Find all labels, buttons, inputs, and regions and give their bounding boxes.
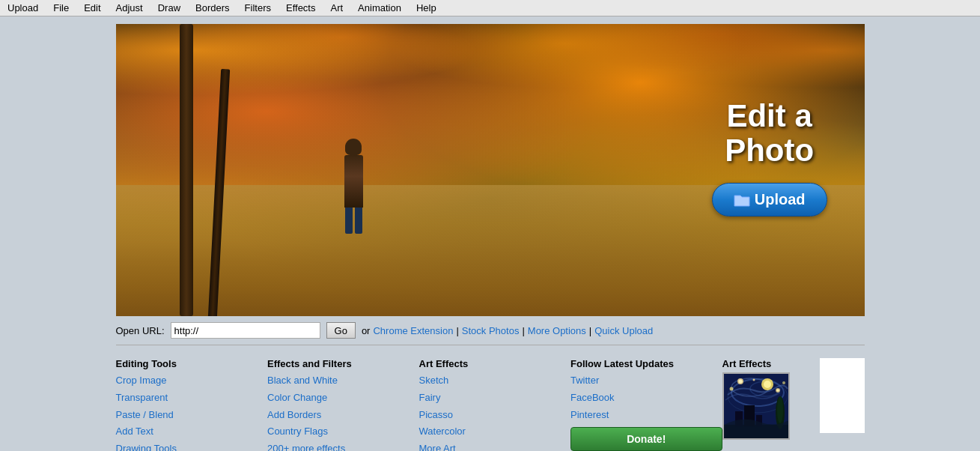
link-watercolor[interactable]: Watercolor: [419, 424, 571, 440]
upload-button[interactable]: Upload: [712, 183, 827, 217]
footer-col-art-effects: Art Effects Sketch Fairy Picasso Waterco…: [419, 358, 571, 451]
menu-draw[interactable]: Draw: [150, 1, 188, 15]
link-transparent[interactable]: Transparent: [116, 390, 268, 406]
art-effects-title: Art Effects: [419, 358, 571, 369]
chrome-extension-link[interactable]: Chrome Extension: [373, 325, 453, 336]
social-title: Follow Latest Updates: [570, 358, 722, 369]
svg-point-19: [777, 396, 783, 423]
menu-art[interactable]: Art: [323, 1, 350, 15]
svg-point-10: [776, 389, 779, 392]
hero-title: Edit a Photo: [712, 99, 827, 168]
art-effects-thumbnail[interactable]: [722, 372, 790, 440]
person-leg-left: [345, 208, 353, 234]
link-drawing-tools[interactable]: Drawing Tools: [116, 441, 268, 451]
url-links-area: or Chrome Extension | Stock Photos | Mor…: [362, 325, 653, 336]
person-head: [345, 139, 362, 155]
stock-photos-link[interactable]: Stock Photos: [462, 325, 520, 336]
svg-point-11: [729, 387, 733, 391]
link-sketch[interactable]: Sketch: [419, 373, 571, 389]
go-button[interactable]: Go: [326, 322, 356, 339]
menu-help[interactable]: Help: [409, 1, 444, 15]
main-container: Edit a Photo Upload Open URL: Go or Chro…: [0, 16, 980, 451]
footer-col-effects-filters: Effects and Filters Black and White Colo…: [267, 358, 419, 451]
link-twitter[interactable]: Twitter: [570, 373, 722, 389]
starry-night-svg: [724, 374, 790, 440]
hero-image-container: Edit a Photo Upload: [116, 24, 865, 316]
hero-overlay-text: Edit a Photo Upload: [712, 99, 827, 217]
link-country-flags[interactable]: Country Flags: [267, 424, 419, 440]
right-sidebar: [820, 358, 865, 433]
menu-animation[interactable]: Animation: [350, 1, 409, 15]
art-effects-thumb-title: Art Effects: [722, 358, 772, 369]
link-pinterest[interactable]: Pinterest: [570, 408, 722, 423]
url-bar: Open URL: Go or Chrome Extension | Stock…: [116, 316, 865, 343]
or-text: or: [362, 325, 371, 336]
effects-filters-title: Effects and Filters: [267, 358, 419, 369]
person-leg-right: [355, 208, 362, 234]
footer-section: Editing Tools Crop Image Transparent Pas…: [116, 347, 865, 451]
link-more-effects[interactable]: 200+ more effects: [267, 441, 419, 451]
more-options-link[interactable]: More Options: [528, 325, 586, 336]
link-add-text[interactable]: Add Text: [116, 424, 268, 440]
menu-filters[interactable]: Filters: [237, 1, 279, 15]
tree-trunk-left: [180, 24, 193, 316]
link-paste-blend[interactable]: Paste / Blend: [116, 408, 268, 423]
svg-point-12: [782, 381, 785, 384]
svg-point-13: [752, 379, 755, 381]
footer-col-editing-tools: Editing Tools Crop Image Transparent Pas…: [116, 358, 268, 451]
menu-adjust[interactable]: Adjust: [109, 1, 150, 15]
open-url-label: Open URL:: [116, 325, 165, 336]
link-color-change[interactable]: Color Change: [267, 390, 419, 406]
person-figure: [341, 139, 367, 228]
menubar: Upload File Edit Adjust Draw Borders Fil…: [0, 0, 980, 16]
menu-borders[interactable]: Borders: [188, 1, 237, 15]
link-facebook[interactable]: FaceBook: [570, 390, 722, 406]
hero-scene: Edit a Photo Upload: [116, 24, 865, 316]
menu-edit[interactable]: Edit: [76, 1, 108, 15]
quick-upload-link[interactable]: Quick Upload: [594, 325, 653, 336]
link-black-and-white[interactable]: Black and White: [267, 373, 419, 389]
person-body: [344, 155, 363, 208]
link-fairy[interactable]: Fairy: [419, 390, 571, 406]
link-more-art[interactable]: More Art: [419, 441, 571, 451]
svg-point-8: [738, 380, 742, 384]
editing-tools-title: Editing Tools: [116, 358, 268, 369]
menu-effects[interactable]: Effects: [279, 1, 323, 15]
footer-col-art-thumbnail: Art Effects: [722, 358, 812, 440]
menu-upload[interactable]: Upload: [0, 1, 46, 15]
folder-icon: [734, 193, 750, 207]
link-add-borders[interactable]: Add Borders: [267, 408, 419, 423]
link-crop-image[interactable]: Crop Image: [116, 373, 268, 389]
url-input[interactable]: [171, 322, 320, 339]
svg-point-6: [764, 381, 771, 388]
person-legs: [341, 208, 367, 234]
footer-col-social: Follow Latest Updates Twitter FaceBook P…: [570, 358, 722, 451]
donate-button[interactable]: Donate!: [570, 427, 722, 451]
divider: [116, 345, 865, 345]
menu-file[interactable]: File: [46, 1, 76, 15]
link-picasso[interactable]: Picasso: [419, 408, 571, 423]
